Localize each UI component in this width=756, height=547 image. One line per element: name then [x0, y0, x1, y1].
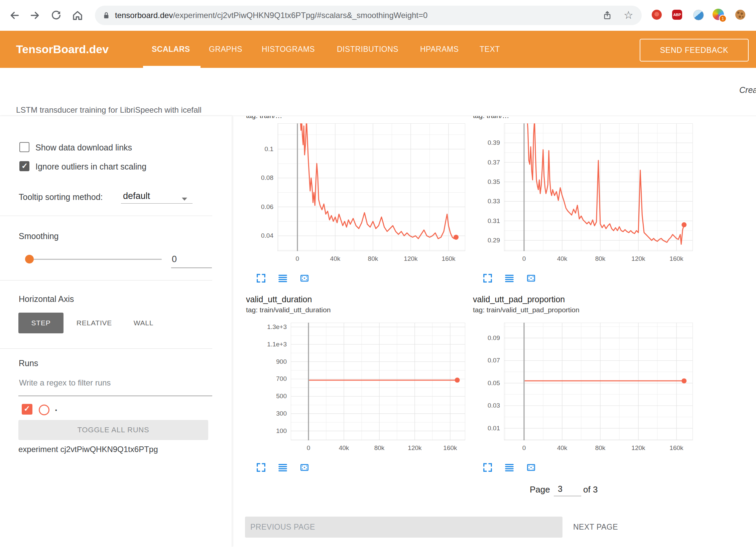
stacked-lines-icon[interactable] — [504, 462, 514, 472]
stacked-lines-icon[interactable] — [504, 273, 514, 283]
fit-frame-icon[interactable] — [526, 273, 536, 283]
back-icon[interactable] — [9, 9, 21, 21]
tab-graphs[interactable]: GRAPHS — [209, 31, 242, 68]
x-tick-label: 80k — [366, 444, 393, 452]
url-text[interactable]: tensorboard.dev/experiment/cj2vtPiwQHKN9… — [115, 6, 427, 25]
horizontal-axis-label: Horizontal Axis — [19, 294, 74, 304]
stacked-lines-icon[interactable] — [278, 273, 288, 283]
input-underline — [171, 267, 212, 268]
profile-avatar[interactable]: 1 — [713, 9, 724, 20]
tab-text[interactable]: TEXT — [480, 31, 500, 68]
chevron-down-icon[interactable] — [182, 198, 187, 201]
scalar-chart-canvas[interactable]: 0.010.030.050.070.09040k80k120k160k — [504, 323, 693, 440]
fullscreen-icon[interactable] — [256, 273, 266, 283]
fullscreen-icon[interactable] — [256, 462, 266, 472]
extension-abp-icon[interactable]: ABP — [672, 10, 682, 20]
forward-icon[interactable] — [29, 9, 41, 21]
tooltip-sorting-select[interactable]: default — [123, 191, 150, 201]
chart-svg — [504, 123, 693, 251]
divider — [0, 280, 212, 281]
fit-frame-icon[interactable] — [299, 273, 309, 283]
y-tick-label: 0.35 — [475, 178, 500, 186]
y-tick-label: 0.08 — [249, 174, 273, 182]
address-bar[interactable]: tensorboard.dev/experiment/cj2vtPiwQHKN9… — [95, 6, 642, 25]
x-tick-label: 0 — [284, 255, 311, 262]
runs-label: Runs — [19, 358, 38, 368]
scalar-chart-canvas[interactable]: 0.290.310.330.350.370.39040k80k120k160k — [504, 123, 693, 251]
brand-title: TensorBoard.dev — [16, 31, 109, 68]
y-tick-label: 1.3e+3 — [262, 323, 287, 331]
ignore-outliers-checkbox[interactable] — [19, 161, 29, 171]
bookmark-star-icon[interactable]: ☆ — [624, 8, 633, 22]
smoothing-slider-thumb[interactable] — [25, 255, 34, 263]
x-tick-label: 160k — [435, 255, 462, 262]
home-icon[interactable] — [72, 9, 84, 21]
page: tensorboard.dev/experiment/cj2vtPiwQHKN9… — [0, 0, 756, 547]
y-tick-label: 1.1e+3 — [262, 340, 287, 348]
fit-frame-icon[interactable] — [526, 462, 536, 472]
x-tick-label: 40k — [549, 255, 576, 262]
page-number-input[interactable] — [554, 482, 581, 496]
show-download-links-label: Show data download links — [35, 143, 132, 152]
chart-svg — [504, 323, 693, 440]
axis-step-button[interactable]: STEP — [18, 313, 64, 333]
divider — [0, 116, 756, 116]
y-tick-label: 0.29 — [475, 236, 500, 244]
smoothing-label: Smoothing — [19, 231, 59, 241]
y-tick-label: 0.07 — [475, 356, 500, 364]
axis-wall-button[interactable]: WALL — [124, 313, 163, 333]
y-tick-label: 900 — [262, 358, 287, 366]
next-page-button[interactable]: NEXT PAGE — [573, 517, 618, 538]
x-tick-label: 80k — [360, 255, 386, 262]
clipped-created-text: Crea — [739, 85, 756, 95]
x-tick-label: 160k — [663, 444, 690, 452]
extension-blue-icon[interactable] — [693, 10, 704, 20]
reload-icon[interactable] — [50, 9, 62, 21]
x-tick-label: 40k — [549, 444, 576, 452]
tab-distributions[interactable]: DISTRIBUTIONS — [337, 31, 398, 68]
clipped-chart-tag: tag: train/… — [246, 116, 282, 120]
y-tick-label: 0.01 — [475, 424, 500, 432]
share-icon[interactable] — [602, 10, 612, 20]
stacked-lines-icon[interactable] — [278, 462, 288, 472]
url-path: /experiment/cj2vtPiwQHKN9Q1tx6PTpg/#scal… — [173, 11, 427, 20]
divider — [0, 348, 212, 349]
toggle-all-runs-button[interactable]: TOGGLE ALL RUNS — [18, 420, 208, 440]
run-color-circle[interactable] — [39, 405, 49, 415]
show-download-links-checkbox[interactable] — [19, 142, 29, 152]
experiment-info-strip: LSTM transducer training for LibriSpeech… — [0, 68, 756, 116]
chart-title: valid_utt_pad_proportion — [473, 295, 565, 304]
x-tick-label: 120k — [625, 255, 652, 262]
smoothing-slider-track[interactable] — [27, 259, 162, 260]
chart-svg — [291, 323, 465, 440]
x-tick-label: 0 — [295, 444, 322, 452]
extension-red-icon[interactable] — [652, 10, 662, 20]
select-underline — [121, 203, 193, 204]
y-tick-label: 0.04 — [249, 232, 273, 240]
tab-hparams[interactable]: HPARAMS — [420, 31, 459, 68]
fullscreen-icon[interactable] — [483, 273, 493, 283]
cookie-icon[interactable] — [735, 10, 745, 20]
chart-toolbar — [256, 273, 309, 283]
smoothing-value-input[interactable] — [171, 251, 211, 267]
axis-relative-button[interactable]: RELATIVE — [71, 313, 118, 333]
run-checkbox[interactable] — [22, 404, 32, 415]
ignore-outliers-label: Ignore outliers in chart scaling — [35, 162, 146, 172]
y-tick-label: 0.03 — [475, 402, 500, 410]
input-underline — [18, 396, 212, 396]
fullscreen-icon[interactable] — [483, 462, 493, 472]
tab-histograms[interactable]: HISTOGRAMS — [262, 31, 315, 68]
y-tick-label: 100 — [262, 427, 287, 435]
x-tick-label: 80k — [587, 444, 614, 452]
experiment-id-label: experiment cj2vtPiwQHKN9Q1tx6PTpg — [18, 445, 158, 454]
send-feedback-button[interactable]: SEND FEEDBACK — [640, 39, 749, 62]
scalar-chart-canvas[interactable]: 1003005007009001.1e+31.3e+3040k80k120k16… — [291, 323, 465, 440]
fit-frame-icon[interactable] — [299, 462, 309, 472]
url-domain: tensorboard.dev — [115, 11, 173, 20]
x-tick-label: 120k — [397, 255, 424, 262]
previous-page-button[interactable]: PREVIOUS PAGE — [245, 517, 562, 538]
tab-scalars[interactable]: SCALARS — [152, 31, 190, 68]
y-tick-label: 0.39 — [475, 139, 500, 147]
runs-filter-input[interactable] — [18, 375, 207, 391]
scalar-chart-canvas[interactable]: 0.040.060.080.1040k80k120k160k — [277, 123, 465, 251]
